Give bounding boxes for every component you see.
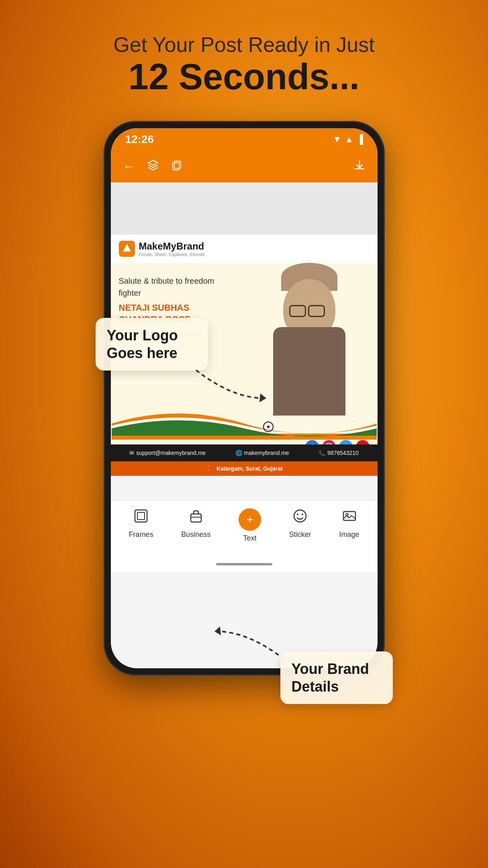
spacer — [111, 476, 378, 500]
frames-label: Frames — [129, 530, 153, 539]
toolbar-image[interactable]: Image — [339, 508, 359, 539]
location-icon: 📍 — [205, 465, 213, 473]
email-icon: ✉ — [129, 450, 134, 456]
home-indicator — [111, 556, 378, 572]
brand-callout-text: Your Brand Details — [292, 660, 382, 695]
address-text: Katargam, Surat, Gujarat — [216, 465, 283, 472]
logo-callout: Your Logo Goes here — [96, 318, 208, 370]
svg-rect-11 — [137, 512, 145, 520]
canvas-area — [111, 182, 378, 235]
phone-mockup: Your Logo Goes here Your Brand Details — [88, 121, 401, 716]
phone-text: 9876543210 — [327, 450, 359, 456]
sticker-icon — [292, 508, 308, 527]
svg-point-14 — [294, 510, 306, 522]
svg-rect-3 — [173, 163, 179, 170]
status-bar: 12:26 ▼ ▲ ▐ — [111, 128, 378, 150]
brand-details-bar: ✉ support@makemybrand.me 🌐 makemybrand.m… — [111, 444, 378, 476]
svg-marker-0 — [259, 393, 266, 402]
brand-tagline: Create. Share. Captivate. Elevate. — [139, 252, 206, 257]
toolbar-business[interactable]: Business — [181, 508, 210, 539]
brand-arrow — [208, 611, 288, 663]
home-bar — [216, 563, 272, 565]
svg-point-15 — [297, 514, 298, 515]
hero-section: Get Your Post Ready in Just 12 Seconds..… — [97, 32, 390, 97]
page-container: Get Your Post Ready in Just 12 Seconds..… — [0, 0, 488, 868]
svg-rect-10 — [135, 510, 147, 522]
text-add-icon: + — [246, 513, 253, 526]
app-bar: ← — [111, 150, 378, 182]
hero-subtitle: Get Your Post Ready in Just — [113, 32, 374, 57]
svg-rect-17 — [343, 512, 355, 520]
copy-icon[interactable] — [171, 160, 182, 174]
svg-rect-2 — [174, 161, 181, 168]
download-icon[interactable] — [353, 159, 365, 174]
body-shape — [273, 327, 345, 416]
web-icon: 🌐 — [235, 450, 242, 456]
battery-icon: ▐ — [357, 134, 363, 145]
email-text: support@makemybrand.me — [136, 450, 206, 456]
bottom-toolbar: Frames Business — [111, 500, 378, 556]
status-icons: ▼ ▲ ▐ — [333, 134, 363, 145]
layers-icon[interactable] — [147, 159, 159, 174]
logo-callout-text: Your Logo Goes here — [107, 327, 197, 361]
wifi-icon: ▼ — [333, 134, 341, 145]
brand-address-row: 📍 Katargam, Surat, Gujarat — [111, 461, 378, 476]
hero-title: 12 Seconds... — [113, 57, 374, 97]
business-label: Business — [181, 530, 210, 539]
glasses — [289, 305, 325, 317]
brand-callout: Your Brand Details — [280, 651, 393, 704]
frames-icon — [133, 508, 149, 527]
app-bar-left: ← — [123, 159, 182, 174]
business-icon — [188, 508, 204, 527]
svg-marker-4 — [123, 244, 131, 252]
svg-marker-1 — [214, 626, 221, 635]
brand-logo-name: MakeMyBrand — [139, 241, 206, 252]
phone-icon: 📞 — [319, 450, 325, 456]
image-icon — [342, 508, 357, 527]
phone-item: 📞 9876543210 — [319, 450, 359, 456]
brand-logo-bar: MakeMyBrand Create. Share. Captivate. El… — [111, 235, 378, 263]
text-label: Text — [243, 534, 256, 542]
text-add-bg: + — [239, 508, 261, 531]
brand-name-container: MakeMyBrand Create. Share. Captivate. El… — [139, 241, 206, 257]
back-icon[interactable]: ← — [123, 160, 135, 173]
toolbar-text[interactable]: + Text — [239, 508, 261, 542]
website-text: makemybrand.me — [244, 450, 289, 456]
email-item: ✉ support@makemybrand.me — [129, 450, 206, 456]
brand-logo-icon — [119, 241, 135, 257]
logo-arrow — [192, 366, 272, 418]
toolbar-sticker[interactable]: Sticker — [289, 508, 311, 539]
svg-rect-12 — [191, 514, 201, 522]
sticker-label: Sticker — [289, 530, 311, 539]
image-label: Image — [339, 530, 359, 539]
brand-info-row: ✉ support@makemybrand.me 🌐 makemybrand.m… — [111, 444, 378, 461]
signal-icon: ▲ — [345, 134, 353, 145]
post-salute-text: Salute & tribute to freedom fighter — [119, 275, 231, 299]
toolbar-frames[interactable]: Frames — [129, 508, 153, 539]
status-time: 12:26 — [125, 133, 154, 146]
website-item: 🌐 makemybrand.me — [235, 450, 289, 456]
svg-point-16 — [302, 514, 303, 515]
svg-point-6 — [267, 426, 270, 428]
